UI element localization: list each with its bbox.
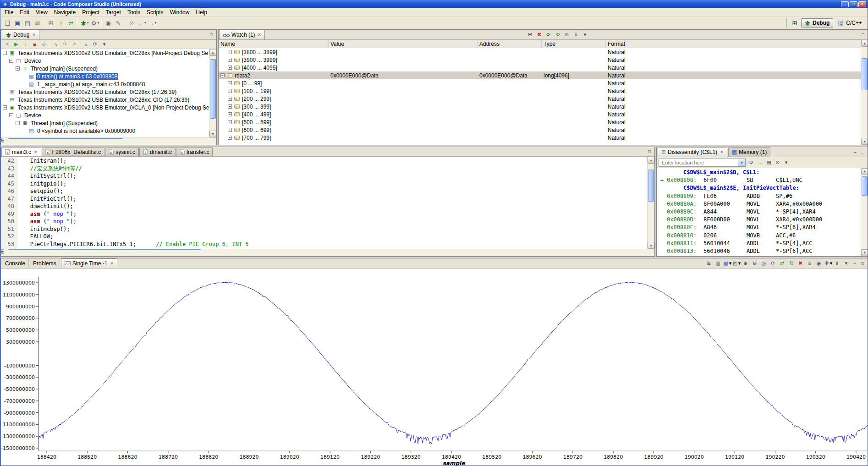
- tree-item[interactable]: −≣Thread [main] (Suspended): [1, 65, 209, 72]
- dropdown-arrow-icon[interactable]: ▾: [729, 260, 732, 266]
- lock-button[interactable]: ⊙: [562, 31, 571, 39]
- style-button[interactable]: ◩▾: [732, 259, 741, 268]
- zoom-out-button[interactable]: ⊖: [750, 259, 759, 268]
- watch-row[interactable]: +x[4000 ... 4095]Natural: [219, 64, 868, 71]
- tab-problems[interactable]: Problems: [30, 259, 60, 268]
- expand-icon[interactable]: +: [228, 128, 232, 132]
- zoom-reset-button[interactable]: ◎: [759, 259, 768, 268]
- refresh-button[interactable]: ⟳: [91, 40, 99, 49]
- tree-item[interactable]: −▢Device: [1, 111, 209, 119]
- close-icon[interactable]: ✕: [110, 261, 114, 266]
- instruction-stepping-button[interactable]: »: [82, 40, 90, 49]
- expand-icon[interactable]: +: [228, 58, 232, 62]
- show-source-button[interactable]: ▤: [764, 159, 773, 167]
- tree-item[interactable]: −≣Thread [main] (Suspended): [1, 119, 209, 127]
- scroll-up-icon[interactable]: ▲: [861, 40, 868, 47]
- scroll-up-icon[interactable]: ▲: [648, 157, 654, 164]
- scrollbar-thumb[interactable]: [862, 58, 868, 90]
- location-input[interactable]: [661, 159, 737, 166]
- tree-item[interactable]: ▤1 _args_main() at args_main.c:43 0x0088…: [1, 80, 209, 88]
- code-editor[interactable]: Initsram(); //定义系统时钟等// InitSysCtrl(); i…: [17, 157, 654, 249]
- watch-row[interactable]: +x[500 ... 599]Natural: [219, 118, 868, 126]
- disassembly-label-line[interactable]: C$DW$L$_main$2$B, C$L1:: [657, 169, 868, 176]
- minimize-view-icon[interactable]: –: [851, 260, 858, 267]
- dropdown-arrow-icon[interactable]: ▾: [830, 260, 833, 266]
- auto-refresh-button[interactable]: ⟲: [553, 31, 562, 39]
- vertical-scrollbar[interactable]: ▲▼: [861, 168, 868, 256]
- auto-update-button[interactable]: ⇄: [778, 259, 786, 268]
- close-icon[interactable]: ✕: [34, 150, 38, 154]
- disassembly-instruction-line[interactable]: 0x008810:0206MOVBACC,#6: [657, 232, 868, 240]
- disassembly-listing[interactable]: C$DW$L$_main$2$B, C$L1:→0x008808:6F00SBC…: [657, 168, 868, 256]
- chevron-down-icon[interactable]: ▼: [738, 159, 745, 166]
- remove-all-button[interactable]: ✖: [535, 31, 544, 39]
- tab-memory-1-[interactable]: ▦Memory (1): [728, 147, 771, 157]
- menu-tools[interactable]: Tools: [124, 8, 143, 16]
- pause-button[interactable]: ‖: [833, 259, 841, 268]
- menu-navigate[interactable]: Navigate: [51, 8, 79, 16]
- tab-watch[interactable]: Watch (1) ✕: [220, 30, 265, 39]
- column-header-value[interactable]: Value: [329, 40, 478, 48]
- watch-row[interactable]: −xrdata20x0000E000@Data0x0000E000@Datalo…: [219, 71, 868, 79]
- expand-icon[interactable]: +: [228, 66, 232, 70]
- refresh-view-button[interactable]: ⟳: [747, 159, 756, 167]
- disassembly-instruction-line[interactable]: 0x00880F:A846MOVL*-SP[6],XAR4: [657, 224, 868, 231]
- refresh-button[interactable]: ⟳: [544, 31, 553, 39]
- watch-row[interactable]: +x[600 ... 699]Natural: [219, 126, 868, 134]
- zoom-in-button[interactable]: ⊕: [741, 259, 750, 268]
- dropdown-arrow-icon[interactable]: ▾: [98, 21, 99, 25]
- menu-edit[interactable]: Edit: [16, 8, 33, 16]
- mail-button[interactable]: ✉: [33, 18, 43, 28]
- editor-tab-dmainit-c[interactable]: cdmainit.c: [139, 147, 176, 156]
- dropdown-arrow-icon[interactable]: ▾: [738, 260, 741, 266]
- pin-view-button[interactable]: ⊙: [773, 159, 782, 167]
- scrollbar-thumb[interactable]: [210, 59, 216, 119]
- find-button[interactable]: ◉: [814, 259, 823, 268]
- scroll-right-icon[interactable]: ▶: [1, 138, 4, 143]
- watch-row[interactable]: +x[200 ... 299]Natural: [219, 95, 868, 103]
- minimize-view-icon[interactable]: –: [852, 32, 859, 38]
- scrollbar-thumb[interactable]: [648, 170, 654, 202]
- collapse-icon[interactable]: −: [3, 105, 7, 110]
- disassembly-label-line[interactable]: C$DW$L$_main$2$E, InitPieVectTable:: [657, 184, 868, 192]
- perspective-debug-button[interactable]: Debug: [801, 18, 833, 27]
- menu-window[interactable]: Window: [167, 8, 193, 16]
- scrollbar-thumb[interactable]: [8, 249, 201, 250]
- watch-row[interactable]: +x[300 ... 399]Natural: [219, 103, 868, 110]
- refresh-button[interactable]: ⟳: [769, 259, 777, 268]
- editor-body[interactable]: 42434445464748495051525354 Initsram(); /…: [1, 157, 654, 249]
- location-combo[interactable]: ▼: [659, 159, 746, 167]
- tab-console[interactable]: Console: [2, 259, 29, 268]
- minimize-view-icon[interactable]: –: [852, 149, 859, 155]
- scroll-down-icon[interactable]: ▼: [861, 138, 868, 145]
- scroll-down-icon[interactable]: ▼: [648, 242, 654, 249]
- waveform-chart[interactable]: 1300000000110000000090000000070000000050…: [1, 269, 868, 466]
- vertical-scrollbar[interactable]: ▲▼: [209, 49, 216, 137]
- remove-all-terminated-button[interactable]: ✕: [3, 40, 11, 49]
- external-tools-button[interactable]: ⚙▾: [90, 18, 100, 28]
- connect-button[interactable]: ⇌: [66, 18, 76, 28]
- view-menu-button[interactable]: ▾: [842, 259, 851, 268]
- column-header-type[interactable]: Type: [542, 40, 606, 48]
- tree-item[interactable]: ▣Texas Instruments XDS100v2 USB Emulator…: [1, 88, 209, 96]
- expand-icon[interactable]: +: [228, 89, 232, 93]
- resume-button[interactable]: ▶: [12, 40, 21, 49]
- view-menu-button[interactable]: ▾: [782, 159, 791, 167]
- pan-button[interactable]: ✚▾: [824, 259, 832, 268]
- expand-icon[interactable]: +: [228, 120, 232, 124]
- scroll-right-icon[interactable]: ▶: [1, 249, 4, 254]
- watch-row[interactable]: +x[700 ... 799]Natural: [219, 134, 868, 142]
- dropdown-arrow-icon[interactable]: ▾: [155, 21, 157, 25]
- menu-view[interactable]: View: [33, 8, 51, 16]
- titlebar[interactable]: ◈ Debug - main3.c - Code Composer Studio…: [0, 0, 868, 8]
- watch-row[interactable]: +x[0 ... 99]Natural: [219, 79, 868, 87]
- forward-button[interactable]: →▾: [147, 18, 158, 28]
- minimize-view-icon[interactable]: –: [638, 148, 645, 155]
- menu-project[interactable]: Project: [79, 8, 102, 16]
- maximize-view-icon[interactable]: □: [859, 149, 867, 155]
- disassembly-instruction-line[interactable]: 0x008813:56010046ADDL*-SP[6],ACC: [657, 247, 868, 255]
- step-return-button[interactable]: ↗: [70, 40, 78, 49]
- collapse-icon[interactable]: −: [16, 121, 20, 125]
- scroll-down-icon[interactable]: ▼: [209, 131, 216, 137]
- scrollbar-thumb[interactable]: [8, 138, 123, 139]
